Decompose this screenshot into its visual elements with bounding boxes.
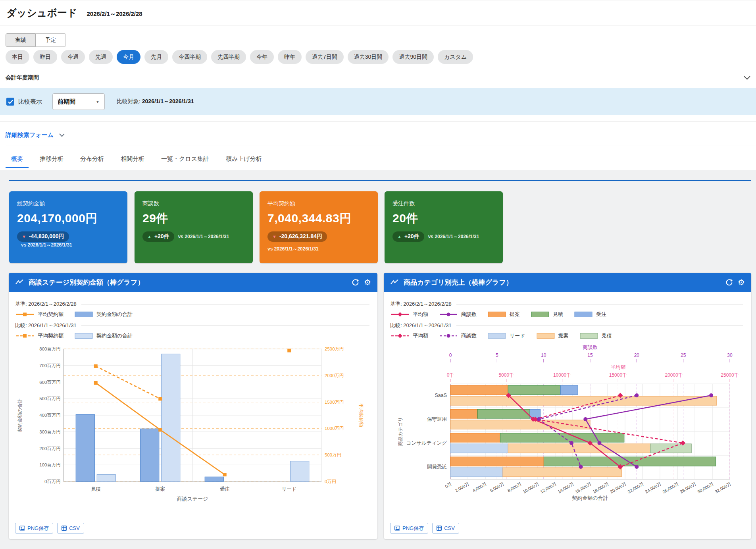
legend-item: 契約金額の合計 (75, 332, 133, 339)
preset-pill[interactable]: 本日 (6, 50, 29, 64)
svg-text:400百万円: 400百万円 (39, 413, 61, 418)
legend-bar-swatch (75, 333, 93, 339)
preset-pill[interactable]: 昨日 (33, 50, 57, 64)
legend-item: 商談数 (439, 332, 477, 339)
comparison-target: 比較対象: 2026/1/1～2026/1/31 (117, 98, 194, 105)
gear-icon[interactable]: ⚙ (364, 278, 371, 286)
chevron-down-icon[interactable] (744, 76, 750, 80)
svg-text:リード: リード (282, 486, 297, 492)
chart-plot: 0百万円100百万円200百万円300百万円400百万円500百万円600百万円… (15, 343, 370, 504)
legend-item: リード (488, 332, 525, 339)
legend-item-label: 提案 (510, 311, 520, 318)
svg-text:10,000万: 10,000万 (522, 481, 540, 494)
preset-pill[interactable]: 過去30日間 (348, 50, 389, 64)
legend-item: 受注 (574, 311, 606, 318)
legend-base-label: 基準: 2026/2/1～2026/2/28 (390, 301, 745, 308)
png-save-label: PNG保存 (402, 525, 424, 532)
comparison-checkbox-label: 比較表示 (18, 98, 42, 106)
mode-toggle-button[interactable]: 予定 (36, 33, 66, 47)
legend-item: 平均額 (391, 332, 428, 339)
svg-text:商談数: 商談数 (583, 345, 598, 350)
csv-export-button[interactable]: CSV (57, 523, 84, 534)
refresh-icon[interactable] (725, 279, 733, 286)
svg-text:0百万円: 0百万円 (44, 479, 61, 484)
advanced-search-toggle[interactable]: 詳細検索フォーム (6, 131, 65, 139)
chart-footer: PNG保存CSV (390, 523, 459, 534)
svg-text:20,000万: 20,000万 (609, 481, 627, 494)
category-sales-chart-panel: 商品カテゴリ別売上（横棒グラフ）⚙基準: 2026/2/1～2026/2/28平… (384, 273, 751, 539)
png-save-button[interactable]: PNG保存 (390, 523, 428, 534)
legend-base-items: 平均額商談数提案見積受注 (391, 311, 745, 318)
tab[interactable]: 推移分析 (34, 151, 69, 168)
page-date-range: 2026/2/1～2026/2/28 (87, 10, 142, 18)
kpi-delta-badge: ▲+20件 (142, 231, 174, 242)
kpi-vs-label: vs 2026/1/1～2026/1/31 (178, 233, 229, 240)
chart-title: 商談ステージ別契約金額（棒グラフ） (29, 278, 347, 287)
preset-pill[interactable]: 今年 (250, 50, 274, 64)
legend-item-label: 平均額 (413, 332, 428, 339)
legend-line-swatch (439, 311, 458, 318)
preset-pill[interactable]: 過去90日間 (392, 50, 434, 64)
kpi-delta-row: ▲+20件vs 2026/1/1～2026/1/31 (392, 231, 495, 242)
csv-export-button[interactable]: CSV (432, 523, 459, 534)
legend-bar-swatch (488, 333, 506, 339)
comparison-period-select[interactable]: 前期間 ▼ (52, 93, 105, 110)
preset-pill[interactable]: 今週 (61, 50, 85, 64)
tab[interactable]: 分布分析 (75, 151, 110, 168)
page-title: ダッシュボード (6, 6, 77, 19)
svg-text:6,000万: 6,000万 (489, 481, 505, 493)
preset-pill[interactable]: 過去7日間 (306, 50, 344, 64)
tab[interactable]: 相関分析 (115, 151, 150, 168)
svg-text:20: 20 (634, 353, 640, 358)
legend-bar-swatch (75, 311, 93, 318)
divider (81, 304, 369, 304)
tab[interactable]: 一覧・クロス集計 (156, 151, 215, 168)
svg-text:平均契約額: 平均契約額 (358, 403, 364, 427)
kpi-vs-label: vs 2026/1/1～2026/1/31 (428, 233, 479, 240)
svg-text:600百万円: 600百万円 (39, 380, 61, 385)
svg-text:15000千: 15000千 (609, 372, 627, 378)
image-icon (394, 526, 400, 531)
svg-text:100百万円: 100百万円 (39, 462, 61, 467)
svg-text:300百万円: 300百万円 (39, 430, 61, 434)
preset-pill[interactable]: 先四半期 (211, 50, 246, 64)
kpi-delta-row: ▲+20件vs 2026/1/1～2026/1/31 (142, 231, 245, 242)
fiscal-period-label: 会計年度期間 (6, 74, 39, 81)
png-save-button[interactable]: PNG保存 (15, 523, 53, 534)
kpi-card: 総契約金額204,170,000円▼-44,830,000円vs 2026/1/… (9, 191, 127, 263)
legend-item-label: 受注 (596, 311, 606, 318)
fiscal-period-row[interactable]: 会計年度期間 (6, 72, 750, 83)
preset-pill[interactable]: 先週 (89, 50, 113, 64)
comparison-checkbox[interactable] (6, 98, 14, 106)
dashboard-page: ダッシュボード 2026/2/1～2026/2/28 実績予定 本日昨日今週先週… (0, 0, 756, 549)
preset-pill[interactable]: 昨年 (278, 50, 302, 64)
tab[interactable]: 積み上げ分析 (220, 151, 267, 168)
mode-toggle-button[interactable]: 実績 (6, 33, 36, 47)
kpi-card-label: 総契約金額 (17, 200, 119, 207)
stage-amount-chart-panel: 商談ステージ別契約金額（棒グラフ）⚙基準: 2026/2/1～2026/2/28… (9, 273, 377, 539)
svg-text:1000万円: 1000万円 (325, 426, 344, 431)
chart-panel-body: 基準: 2026/2/1～2026/2/28平均契約額契約金額の合計比較: 20… (9, 292, 377, 506)
gear-icon[interactable]: ⚙ (738, 278, 745, 286)
legend-item-label: 契約金額の合計 (96, 332, 133, 339)
preset-pill[interactable]: 今四半期 (172, 50, 207, 64)
refresh-icon[interactable] (352, 279, 359, 286)
svg-text:開発受託: 開発受託 (427, 464, 447, 470)
svg-text:18,000万: 18,000万 (592, 481, 610, 494)
legend-line-swatch (391, 333, 409, 339)
legend-period-label: 基準: 2026/2/1～2026/2/28 (15, 301, 77, 308)
svg-text:14,000万: 14,000万 (557, 481, 575, 494)
svg-text:30,000万: 30,000万 (696, 481, 714, 494)
png-save-label: PNG保存 (27, 525, 49, 532)
tab[interactable]: 概要 (6, 151, 29, 168)
svg-text:0: 0 (449, 353, 452, 358)
legend-bar-swatch (488, 311, 506, 318)
svg-text:26,000万: 26,000万 (662, 481, 679, 494)
preset-pill[interactable]: 先月 (144, 50, 168, 64)
svg-text:22,000万: 22,000万 (627, 481, 644, 494)
svg-text:見積: 見積 (91, 486, 101, 492)
preset-pill[interactable]: カスタム (438, 50, 473, 64)
preset-pill[interactable]: 今月 (117, 50, 140, 64)
kpi-delta-badge: ▲+20件 (392, 231, 424, 242)
divider (6, 146, 756, 146)
